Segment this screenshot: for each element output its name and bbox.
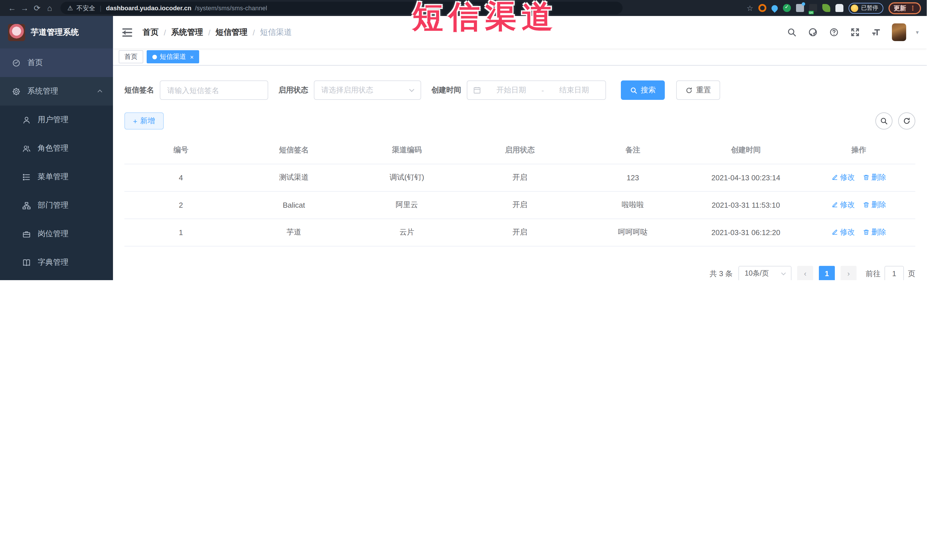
avatar[interactable] [892, 23, 906, 41]
browser-back-icon[interactable]: ← [6, 2, 18, 14]
delete-link[interactable]: 删除 [863, 227, 886, 237]
app-header: 首页/系统管理/短信管理/短信渠道 ▾ [113, 16, 927, 49]
page-number-1[interactable]: 1 [819, 266, 835, 280]
breadcrumb-item[interactable]: 首页 [143, 27, 159, 37]
add-button-label: 新增 [140, 116, 155, 126]
security-warning-icon: ⚠ [67, 4, 73, 12]
edit-link[interactable]: 修改 [831, 227, 855, 237]
cell-id: 4 [125, 164, 237, 191]
close-icon[interactable]: × [190, 53, 194, 60]
sidebar-logo-row[interactable]: 芋道管理系统 [0, 16, 113, 49]
start-date-placeholder: 开始日期 [486, 85, 537, 95]
breadcrumb-separator: / [208, 28, 211, 37]
sidebar-item-user[interactable]: 用户管理 [0, 106, 113, 134]
hamburger-icon[interactable] [121, 26, 134, 38]
extension-pin-icon[interactable] [770, 3, 779, 12]
sidebar-item-tree[interactable]: 部门管理 [0, 191, 113, 220]
bookmark-star-icon[interactable]: ☆ [747, 4, 753, 12]
breadcrumb-item[interactable]: 系统管理 [171, 27, 203, 37]
sidebar-item-dict[interactable]: 字典管理 [0, 248, 113, 277]
sidebar-item-gear[interactable]: 系统管理 [0, 77, 113, 106]
help-icon[interactable] [828, 27, 840, 38]
plus-icon: + [133, 117, 137, 125]
extension-orange-ring-icon[interactable] [758, 4, 766, 12]
column-header: 创建时间 [689, 137, 802, 164]
table-row: 1芋道云片开启呵呵呵哒2021-03-31 06:12:20修改删除 [125, 219, 915, 246]
edit-icon [831, 202, 838, 208]
sidebar-item-label: 用户管理 [38, 115, 68, 125]
address-bar[interactable]: ⚠ 不安全 | dashboard.yudao.iocoder.cn/syste… [61, 2, 623, 14]
trash-icon [863, 174, 870, 181]
extension-ghost-icon[interactable] [836, 4, 843, 12]
search-button[interactable]: 搜索 [621, 80, 665, 100]
sidebar: 芋道管理系统 首页系统管理用户管理角色管理菜单管理部门管理岗位管理字典管理通知公… [0, 16, 113, 280]
emoji-icon [851, 4, 858, 12]
app-title: 芋道管理系统 [31, 27, 79, 37]
sidebar-item-menu[interactable]: 菜单管理 [0, 162, 113, 191]
reset-button[interactable]: 重置 [676, 80, 720, 100]
sidebar-item-post[interactable]: 岗位管理 [0, 220, 113, 248]
date-range-picker[interactable]: 开始日期 - 结束日期 [467, 80, 606, 100]
paused-extension-chip[interactable]: 已暂停 [848, 3, 883, 14]
tab-label: 首页 [125, 53, 138, 61]
table-row: 2Balicat阿里云开启啦啦啦2021-03-31 11:53:10修改删除 [125, 191, 915, 219]
sign-label: 短信签名 [125, 85, 154, 95]
tab-首页[interactable]: 首页 [119, 50, 143, 63]
sidebar-item-dashboard[interactable]: 首页 [0, 49, 113, 77]
pagination-total: 共 3 条 [710, 269, 733, 279]
extension-sliders-icon[interactable] [796, 4, 804, 12]
fullscreen-icon[interactable] [849, 27, 861, 38]
status-select-placeholder: 请选择启用状态 [321, 85, 409, 95]
search-icon[interactable] [786, 27, 798, 38]
add-button[interactable]: + 新增 [125, 112, 164, 129]
column-header: 渠道编码 [350, 137, 464, 164]
column-header: 编号 [125, 137, 237, 164]
browser-menu-icon[interactable]: ⋮ [910, 4, 916, 12]
tags-view-bar: 首页短信渠道× [113, 49, 927, 65]
status-select[interactable]: 请选择启用状态 [314, 80, 421, 100]
app-logo [8, 24, 25, 41]
sidebar-item-role[interactable]: 角色管理 [0, 134, 113, 162]
cell-created: 2021-03-31 06:12:20 [689, 219, 802, 246]
sign-input[interactable] [160, 80, 268, 100]
cell-sign: 芋道 [237, 219, 350, 246]
browser-update-button[interactable]: 更新 ⋮ [889, 2, 921, 14]
extension-switch-icon[interactable] [809, 4, 817, 12]
address-separator: | [100, 5, 102, 11]
search-icon [630, 87, 637, 94]
extension-check-icon[interactable] [783, 4, 791, 12]
url-host: dashboard.yudao.iocoder.cn [106, 5, 191, 11]
browser-refresh-icon[interactable]: ⟳ [31, 2, 43, 14]
cell-status: 开启 [464, 191, 576, 219]
edit-icon [831, 229, 838, 236]
breadcrumb-item[interactable]: 短信管理 [216, 27, 248, 37]
delete-link[interactable]: 删除 [863, 172, 886, 182]
refresh-table-button[interactable] [898, 112, 915, 129]
table-toolbar: + 新增 [125, 112, 915, 129]
extension-leaf-icon[interactable] [822, 4, 830, 12]
action-label: 修改 [840, 227, 855, 237]
goto-page-input[interactable] [884, 266, 904, 280]
browser-forward-icon[interactable]: → [18, 2, 31, 14]
browser-home-icon[interactable]: ⌂ [43, 2, 56, 14]
next-page-button[interactable]: › [840, 266, 857, 280]
role-icon [22, 144, 31, 153]
dict-icon [22, 258, 31, 267]
page-size-select[interactable]: 10条/页 [739, 266, 792, 280]
tab-短信渠道[interactable]: 短信渠道× [147, 50, 199, 63]
sidebar-item-notice[interactable]: 通知公告 [0, 277, 113, 280]
github-icon[interactable] [807, 27, 819, 38]
post-icon [22, 229, 31, 238]
edit-icon [831, 174, 838, 181]
column-header: 操作 [802, 137, 915, 164]
toggle-search-button[interactable] [875, 112, 892, 129]
edit-link[interactable]: 修改 [831, 172, 855, 182]
chevron-down-icon[interactable]: ▾ [916, 29, 919, 35]
delete-link[interactable]: 删除 [863, 200, 886, 210]
prev-page-button[interactable]: ‹ [797, 266, 813, 280]
column-header: 短信签名 [237, 137, 350, 164]
pagination: 共 3 条 10条/页 ‹ 1 › 前往 页 [125, 266, 915, 280]
edit-link[interactable]: 修改 [831, 200, 855, 210]
cell-code: 阿里云 [350, 191, 464, 219]
font-size-icon[interactable] [871, 27, 882, 38]
